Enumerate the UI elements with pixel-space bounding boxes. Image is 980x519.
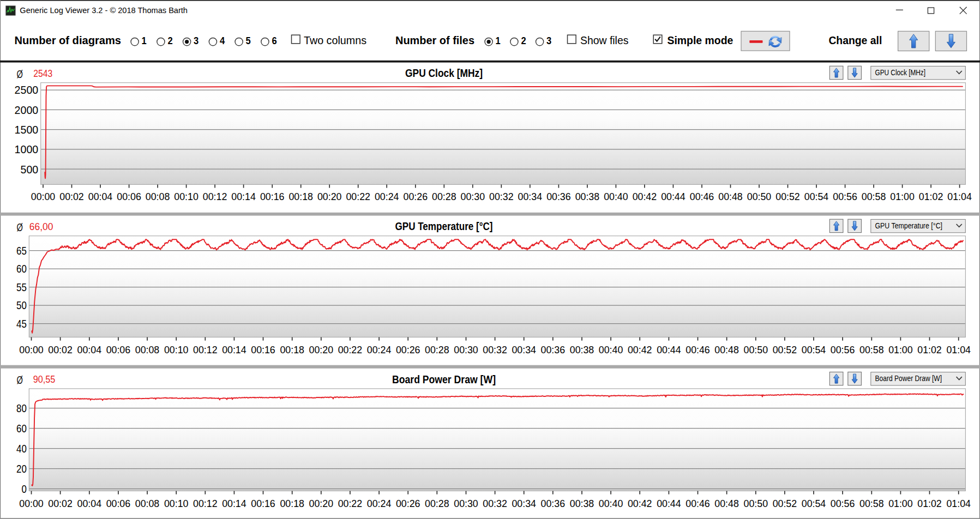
svg-text:00:52: 00:52 (773, 344, 797, 355)
svg-text:00:52: 00:52 (773, 498, 797, 509)
svg-text:Show files: Show files (580, 34, 629, 46)
svg-text:60: 60 (16, 422, 27, 434)
svg-text:01:00: 01:00 (888, 498, 913, 509)
svg-text:00:34: 00:34 (512, 498, 536, 509)
svg-text:00:50: 00:50 (744, 344, 768, 355)
svg-text:00:16: 00:16 (251, 498, 275, 509)
svg-text:Change all: Change all (828, 34, 882, 46)
svg-text:65: 65 (16, 244, 27, 257)
svg-text:00:52: 00:52 (775, 191, 800, 202)
svg-text:3: 3 (194, 35, 199, 46)
svg-text:00:04: 00:04 (77, 344, 102, 355)
svg-text:00:22: 00:22 (338, 498, 363, 509)
svg-text:00:22: 00:22 (338, 344, 363, 355)
svg-text:00:42: 00:42 (628, 498, 652, 509)
svg-text:00:44: 00:44 (657, 498, 681, 509)
svg-text:GPU Temperature [°C]: GPU Temperature [°C] (395, 220, 493, 232)
svg-text:Simple mode: Simple mode (668, 34, 734, 46)
svg-text:00:44: 00:44 (657, 344, 681, 355)
svg-text:45: 45 (16, 317, 27, 330)
svg-text:00:08: 00:08 (135, 498, 160, 509)
svg-text:00:54: 00:54 (802, 498, 826, 509)
svg-text:00:10: 00:10 (164, 344, 189, 355)
svg-text:1: 1 (142, 35, 147, 46)
svg-text:5: 5 (246, 35, 251, 46)
svg-text:00:54: 00:54 (802, 344, 826, 355)
svg-text:00:06: 00:06 (106, 344, 131, 355)
svg-text:00:38: 00:38 (570, 498, 594, 509)
svg-text:00:58: 00:58 (862, 191, 886, 202)
svg-text:00:42: 00:42 (628, 344, 652, 355)
svg-text:00:36: 00:36 (546, 191, 571, 202)
svg-text:00:40: 00:40 (599, 498, 623, 509)
svg-text:00:02: 00:02 (48, 344, 73, 355)
svg-text:00:08: 00:08 (135, 344, 160, 355)
svg-text:50: 50 (16, 299, 27, 311)
svg-text:00:14: 00:14 (231, 191, 256, 202)
svg-text:00:56: 00:56 (833, 191, 857, 202)
svg-text:00:20: 00:20 (309, 344, 334, 355)
svg-text:2000: 2000 (15, 104, 39, 116)
svg-text:60: 60 (16, 262, 27, 275)
svg-text:01:04: 01:04 (946, 344, 971, 355)
svg-text:2500: 2500 (15, 83, 39, 96)
svg-text:00:48: 00:48 (714, 344, 739, 355)
svg-text:00:32: 00:32 (483, 498, 507, 509)
svg-text:00:32: 00:32 (483, 344, 507, 355)
svg-text:00:24: 00:24 (375, 191, 399, 202)
svg-text:GPU Clock [MHz]: GPU Clock [MHz] (875, 68, 926, 77)
svg-text:00:38: 00:38 (575, 191, 600, 202)
svg-text:00:26: 00:26 (396, 498, 420, 509)
svg-text:00:46: 00:46 (686, 498, 710, 509)
svg-text:00:14: 00:14 (222, 498, 246, 509)
svg-text:Number of diagrams: Number of diagrams (15, 34, 122, 46)
svg-text:1500: 1500 (15, 123, 39, 136)
svg-text:00:56: 00:56 (831, 498, 855, 509)
svg-text:00:36: 00:36 (541, 498, 566, 509)
svg-text:00:40: 00:40 (599, 344, 623, 355)
svg-text:01:04: 01:04 (946, 498, 971, 509)
svg-text:00:30: 00:30 (454, 498, 478, 509)
svg-text:2: 2 (521, 35, 526, 46)
svg-text:00:30: 00:30 (461, 191, 485, 202)
svg-text:GPU Temperature [°C]: GPU Temperature [°C] (875, 221, 943, 230)
svg-text:Ø: Ø (17, 221, 23, 233)
svg-text:00:10: 00:10 (174, 191, 199, 202)
svg-text:00:34: 00:34 (518, 191, 543, 202)
svg-text:00:46: 00:46 (686, 344, 710, 355)
svg-text:01:00: 01:00 (890, 191, 915, 202)
svg-text:00:54: 00:54 (804, 191, 829, 202)
svg-text:00:50: 00:50 (747, 191, 772, 202)
svg-text:80: 80 (16, 402, 27, 414)
svg-text:0: 0 (21, 482, 26, 495)
svg-text:Number of files: Number of files (395, 34, 474, 46)
svg-text:01:02: 01:02 (917, 344, 942, 355)
svg-text:00:48: 00:48 (718, 191, 743, 202)
svg-text:00:32: 00:32 (489, 191, 514, 202)
svg-text:00:20: 00:20 (317, 191, 342, 202)
svg-text:20: 20 (16, 462, 27, 475)
svg-text:00:16: 00:16 (251, 344, 275, 355)
svg-text:00:26: 00:26 (404, 191, 428, 202)
svg-text:00:40: 00:40 (604, 191, 628, 202)
svg-text:00:06: 00:06 (117, 191, 141, 202)
svg-text:3: 3 (546, 35, 551, 46)
svg-text:00:56: 00:56 (831, 344, 855, 355)
svg-text:00:16: 00:16 (260, 191, 285, 202)
svg-text:1000: 1000 (15, 143, 39, 155)
svg-text:2543: 2543 (33, 68, 52, 79)
svg-text:00:12: 00:12 (203, 191, 227, 202)
svg-text:00:20: 00:20 (309, 498, 334, 509)
svg-text:01:02: 01:02 (917, 498, 942, 509)
svg-text:00:30: 00:30 (454, 344, 478, 355)
svg-text:00:24: 00:24 (367, 344, 392, 355)
svg-text:00:02: 00:02 (48, 498, 73, 509)
svg-text:Board Power Draw [W]: Board Power Draw [W] (392, 373, 496, 385)
svg-text:00:48: 00:48 (714, 498, 739, 509)
svg-text:00:04: 00:04 (77, 498, 102, 509)
svg-text:00:18: 00:18 (288, 191, 313, 202)
svg-text:55: 55 (16, 281, 27, 293)
svg-text:00:28: 00:28 (425, 498, 449, 509)
svg-text:00:12: 00:12 (193, 344, 218, 355)
svg-text:Generic Log Viewer 3.2 - © 201: Generic Log Viewer 3.2 - © 2018 Thomas B… (20, 5, 188, 15)
